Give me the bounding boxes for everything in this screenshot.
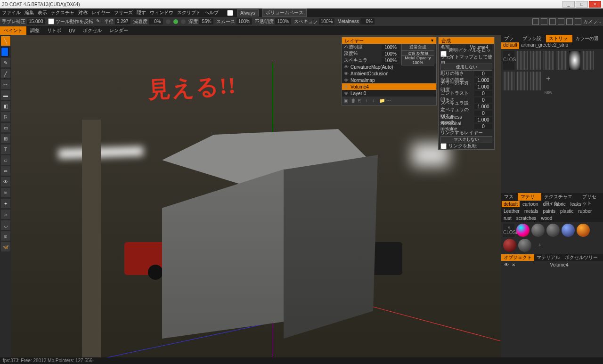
tool-curve[interactable]: 〰 [1, 80, 10, 89]
view-icon-1[interactable] [532, 18, 539, 25]
matcat[interactable]: paints [541, 208, 557, 214]
tab-color[interactable]: カラーの選択 [572, 35, 603, 42]
menu-script[interactable]: スクリプト [177, 9, 201, 16]
matcat-default[interactable]: default [502, 201, 520, 207]
matcat[interactable]: fabric [552, 201, 567, 207]
depth-value[interactable]: 55% [199, 18, 213, 24]
material-ball[interactable] [518, 239, 531, 252]
always-dropdown[interactable]: Always [237, 9, 259, 16]
tab-brush-settings[interactable]: ブラシ設定 [520, 35, 546, 42]
mattab-preset[interactable]: プリセット [579, 193, 603, 201]
layer-new-icon[interactable]: ▣ [344, 98, 350, 104]
eye-icon[interactable]: 👁 [504, 262, 509, 267]
matcat[interactable]: plastic [558, 208, 575, 214]
menu-window[interactable]: ウィンドウ [150, 9, 173, 16]
material-ball[interactable] [546, 224, 560, 237]
layer-up-icon[interactable]: ↑ [365, 98, 371, 104]
view-icon-5[interactable] [566, 18, 573, 25]
x-toggle-icon[interactable] [166, 19, 171, 24]
layer-menu-icon[interactable]: ⋯ [386, 98, 392, 104]
objtab-material[interactable]: マテリアル [534, 254, 562, 261]
mode-paint[interactable]: ペイント [0, 26, 26, 35]
tool-pen2[interactable]: ✏ [1, 166, 10, 176]
tool-eraser[interactable]: ◧ [1, 101, 10, 111]
objtab-voxtree[interactable]: ボクセルツリー [562, 254, 600, 261]
matcat[interactable]: rubber [576, 208, 594, 214]
menu-layers[interactable]: レイヤー [91, 9, 110, 16]
color-swatch[interactable] [1, 47, 8, 57]
strip-item[interactable] [530, 72, 541, 90]
tool-layers[interactable]: ≡ [1, 188, 10, 197]
tool-text[interactable]: T [1, 145, 10, 154]
strip-item[interactable] [530, 51, 541, 70]
camera-dropdown[interactable]: カメラ... [583, 18, 601, 25]
mode-render[interactable]: レンダー [106, 26, 132, 35]
volumebase-dropdown[interactable]: ボリュームベース [262, 8, 307, 17]
material-ball[interactable] [562, 224, 575, 237]
tool-eye[interactable]: 👁 [1, 177, 10, 186]
strip-item[interactable] [569, 51, 580, 70]
material-add[interactable]: + [533, 239, 546, 252]
voxel-cube[interactable] [157, 129, 374, 341]
brush-tool[interactable]: ╲ [1, 36, 10, 46]
material-ball[interactable] [577, 224, 590, 237]
layer-folder-icon[interactable]: 📁 [379, 98, 385, 104]
tool-picker[interactable]: ⌕ [1, 210, 10, 219]
tool-fill[interactable]: ▬ [1, 90, 10, 100]
menu-hide[interactable]: 隠す [137, 9, 146, 16]
layer-down-icon[interactable]: ↓ [372, 98, 378, 104]
spec-value[interactable]: 100% [319, 18, 335, 24]
matcat[interactable]: leaks [569, 201, 583, 207]
menu-checkbox[interactable] [227, 10, 233, 16]
radius-value[interactable]: 0.297 [115, 18, 130, 24]
layer-dup-icon[interactable]: ⎘ [358, 98, 364, 104]
tool-magic[interactable]: ✦ [1, 199, 10, 208]
layer-delete-icon[interactable]: 🗑 [351, 98, 357, 104]
mode-uv[interactable]: UV [65, 27, 79, 34]
close-button[interactable]: × [589, 1, 601, 8]
objtab-object[interactable]: オブジェクト [501, 254, 534, 261]
matcat[interactable]: scratches [514, 215, 538, 221]
tab-brush[interactable]: ブラシ [501, 35, 520, 42]
layer-item[interactable]: 👁AmbientOcclusion [342, 70, 436, 77]
matcat[interactable]: dirt [541, 201, 551, 207]
falloff-value[interactable]: 0% [149, 18, 163, 24]
mode-retopo[interactable]: リトポ [43, 26, 65, 35]
view-icon-6[interactable] [575, 18, 581, 25]
menu-sym[interactable]: 対称 [78, 9, 88, 16]
tool-plane[interactable]: ▱ [1, 155, 10, 165]
tool-smooth[interactable]: ◡ [1, 220, 10, 230]
material-ball[interactable] [503, 239, 516, 252]
minimize-button[interactable]: _ [562, 1, 575, 8]
matcat[interactable]: Leather [502, 208, 522, 214]
layer-item-selected[interactable]: 👁Volume4 [342, 83, 436, 90]
tab-strips[interactable]: ストリップ [546, 35, 572, 42]
strip-add[interactable]: +NEW [543, 72, 554, 90]
invert-checkbox[interactable] [48, 18, 54, 24]
strip-item[interactable] [516, 72, 528, 90]
matcat[interactable]: wood [539, 215, 554, 221]
object-row[interactable]: 👁 ✕ Volume4 [501, 261, 603, 269]
mode-voxel[interactable]: ボクセル [79, 26, 106, 35]
layers-panel[interactable]: レイヤー▾ 不透明度100%通常合成 深度%100%深度を加算 スペキュラ100… [342, 37, 437, 105]
material-ball[interactable] [516, 224, 530, 237]
strip-item[interactable] [556, 51, 567, 70]
mattab-texedit[interactable]: テクスチャエディタ [541, 193, 579, 201]
green-toggle-icon[interactable] [173, 19, 178, 24]
maximize-button[interactable]: □ [576, 1, 588, 8]
strip-tab-default[interactable]: default [501, 42, 519, 49]
menu-view[interactable]: 表示 [38, 9, 47, 16]
layer-item[interactable]: 👁Layer 0 [342, 90, 436, 97]
mode-adjust[interactable]: 調整 [26, 26, 43, 35]
matcat[interactable]: rust [502, 215, 513, 221]
strip-item[interactable] [543, 51, 554, 70]
strips-close[interactable]: ✕CLOSE [503, 51, 514, 70]
tool-pencil[interactable]: ✎ [1, 58, 10, 67]
tool-butterfly[interactable]: 🦋 [1, 242, 10, 251]
view-icon-4[interactable] [558, 18, 564, 25]
menu-file[interactable]: ファイル [2, 9, 21, 16]
strip-tab-1[interactable]: artman_greeble2_strip [519, 42, 570, 49]
strip-item[interactable] [582, 51, 594, 70]
menu-help[interactable]: ヘルプ [204, 9, 219, 16]
strip-item[interactable] [503, 72, 514, 90]
